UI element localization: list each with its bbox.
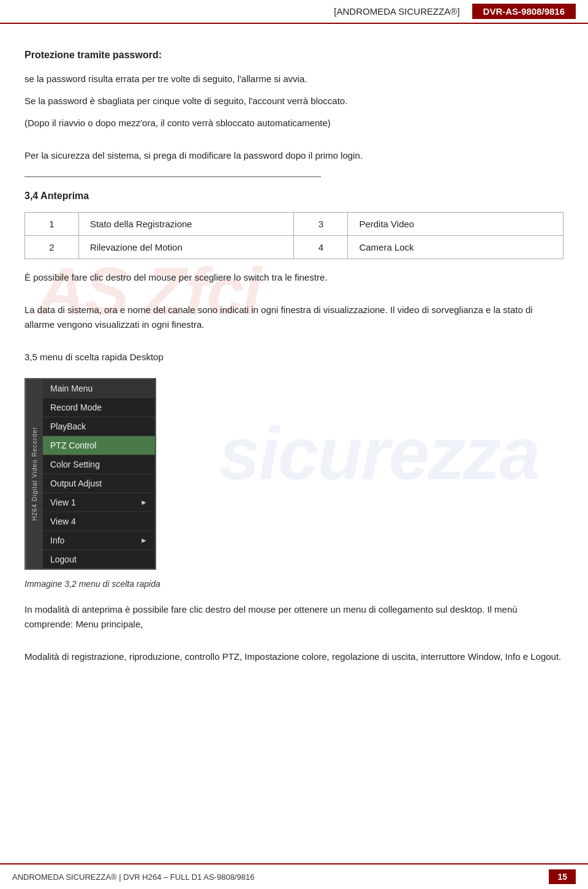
page-footer: ANDROMEDA SICUREZZA® | DVR H264 – FULL D… xyxy=(0,863,588,889)
preview-para1: È possibile fare clic destro del mouse p… xyxy=(24,270,564,285)
menu-item-label: View 1 xyxy=(50,497,76,507)
menu-item-label: PTZ Control xyxy=(50,441,96,450)
section-divider xyxy=(24,176,321,177)
menu-item-view1[interactable]: View 1 ► xyxy=(43,493,155,512)
cell-label1: Stato della Registrazione xyxy=(78,213,294,236)
menu-section: 3,5 menu di scelta rapida Desktop H264 D… xyxy=(24,350,564,664)
menu-item-info[interactable]: Info ► xyxy=(43,531,155,550)
password-para4: Per la sicurezza del sistema, si prega d… xyxy=(24,148,564,163)
footer-text: ANDROMEDA SICUREZZA® | DVR H264 – FULL D… xyxy=(12,872,254,882)
preview-section: 3,4 Anteprima 1 Stato della Registrazion… xyxy=(24,188,564,333)
menu-para1: In modalità di anteprima è possibile far… xyxy=(24,602,564,632)
menu-item-output-adjust[interactable]: Output Adjust xyxy=(43,474,155,493)
menu-item-label: Record Mode xyxy=(50,403,102,412)
password-title: Protezione tramite password: xyxy=(24,47,564,63)
password-para1: se la password risulta errata per tre vo… xyxy=(24,72,564,86)
menu-screenshot: H264 Digital Video Recorder Main Menu Re… xyxy=(24,378,156,570)
menu-item-view4[interactable]: View 4 xyxy=(43,512,155,531)
menu-item-main-menu[interactable]: Main Menu xyxy=(43,379,155,398)
header-brand: [ANDROMEDA SICUREZZA®] xyxy=(334,6,459,17)
preview-table: 1 Stato della Registrazione 3 Perdita Vi… xyxy=(24,212,564,259)
cell-label2: Rilevazione del Motion xyxy=(78,236,294,259)
main-content: Protezione tramite password: se la passw… xyxy=(0,24,588,721)
table-row: 1 Stato della Registrazione 3 Perdita Vi… xyxy=(25,213,564,236)
dvr-menu: H264 Digital Video Recorder Main Menu Re… xyxy=(24,378,156,570)
password-section: Protezione tramite password: se la passw… xyxy=(24,47,564,163)
menu-item-logout[interactable]: Logout xyxy=(43,550,155,569)
cell-num2: 2 xyxy=(25,236,79,259)
menu-item-label: View 4 xyxy=(50,516,76,526)
header-model: DVR-AS-9808/9816 xyxy=(472,4,576,19)
footer-page-number: 15 xyxy=(549,869,576,884)
cell-num4: 4 xyxy=(294,236,348,259)
cell-num1: 1 xyxy=(25,213,79,236)
password-para2: Se la password è sbagliata per cinque vo… xyxy=(24,94,564,108)
password-para3: (Dopo il riavvio o dopo mezz'ora, il con… xyxy=(24,116,564,131)
menu-item-label: Logout xyxy=(50,554,77,564)
menu-caption: Immagine 3,2 menu di scelta rapida xyxy=(24,577,564,591)
menu-item-color-setting[interactable]: Color Setting xyxy=(43,455,155,474)
arrow-icon: ► xyxy=(140,536,148,545)
dvr-menu-items: Main Menu Record Mode PlayBack PTZ Contr… xyxy=(43,379,155,569)
menu-item-record-mode[interactable]: Record Mode xyxy=(43,398,155,417)
preview-para2: La data di sistema, ora e nome del canal… xyxy=(24,303,564,332)
cell-num3: 3 xyxy=(294,213,348,236)
menu-item-ptz-control[interactable]: PTZ Control xyxy=(43,436,155,455)
page-header: [ANDROMEDA SICUREZZA®] DVR-AS-9808/9816 xyxy=(0,0,588,24)
menu-item-label: Output Adjust xyxy=(50,479,102,488)
cell-label3: Perdita Video xyxy=(348,213,564,236)
dvr-sidebar-label: H264 Digital Video Recorder xyxy=(26,379,43,569)
cell-label4: Camera Lock xyxy=(348,236,564,259)
menu-item-label: Info xyxy=(50,535,64,545)
menu-para2: Modalità di registrazione, riproduzione,… xyxy=(24,649,564,664)
menu-item-label: Color Setting xyxy=(50,460,100,469)
menu-intro: 3,5 menu di scelta rapida Desktop xyxy=(24,350,564,365)
menu-item-label: Main Menu xyxy=(50,384,92,393)
menu-item-playback[interactable]: PlayBack xyxy=(43,417,155,436)
arrow-icon: ► xyxy=(140,498,148,507)
menu-item-label: PlayBack xyxy=(50,422,86,431)
table-row: 2 Rilevazione del Motion 4 Camera Lock xyxy=(25,236,564,259)
preview-title: 3,4 Anteprima xyxy=(24,188,564,204)
